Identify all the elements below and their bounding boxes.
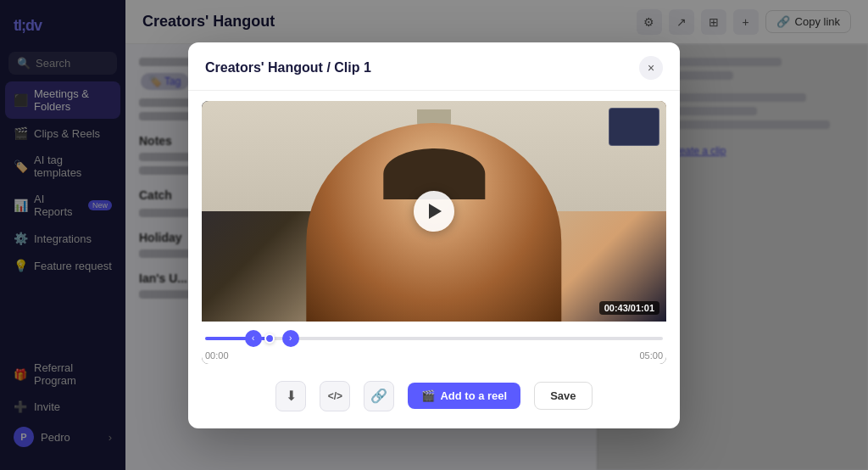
add-to-reel-button[interactable]: 🎬 Add to a reel <box>408 383 520 409</box>
download-icon: ⬇ <box>286 388 297 404</box>
pip-thumbnail <box>609 108 659 146</box>
modal-overlay[interactable]: Creators' Hangout / Clip 1 × <box>0 0 868 470</box>
modal-title: Creators' Hangout / Clip 1 <box>205 60 371 76</box>
embed-button[interactable]: </> <box>320 381 350 411</box>
video-timestamp: 00:43/01:01 <box>599 301 659 315</box>
link-icon: 🔗 <box>370 388 387 404</box>
modal-dialog: Creators' Hangout / Clip 1 × <box>188 42 680 428</box>
seek-back-button[interactable]: ‹ <box>245 330 262 347</box>
video-player[interactable]: 00:43/01:01 ‹ › <box>202 101 666 364</box>
download-button[interactable]: ⬇ <box>275 381 306 411</box>
play-icon <box>429 204 442 219</box>
seek-forward-button[interactable]: › <box>282 330 299 347</box>
video-frame: 00:43/01:01 <box>202 101 666 322</box>
play-button[interactable] <box>414 191 454 232</box>
modal-header: Creators' Hangout / Clip 1 × <box>188 42 680 91</box>
link-button[interactable]: 🔗 <box>364 381 394 411</box>
progress-bar-container[interactable]: ‹ › <box>202 328 666 349</box>
time-end: 05:00 <box>639 350 663 361</box>
time-labels: 00:00 05:00 <box>202 349 666 361</box>
time-start: 00:00 <box>205 350 229 361</box>
film-icon: 🎬 <box>421 389 435 402</box>
seek-arrows: ‹ › <box>245 330 299 347</box>
modal-toolbar: ⬇ </> 🔗 🎬 Add to a reel Save <box>202 374 666 415</box>
add-reel-label: Add to a reel <box>440 389 507 402</box>
save-label: Save <box>550 389 576 402</box>
embed-icon: </> <box>328 390 342 402</box>
save-button[interactable]: Save <box>534 382 592 410</box>
modal-close-button[interactable]: × <box>639 56 663 80</box>
modal-body: 00:43/01:01 ‹ › <box>188 91 680 428</box>
progress-area: ‹ › 00:00 05:00 <box>202 322 666 364</box>
